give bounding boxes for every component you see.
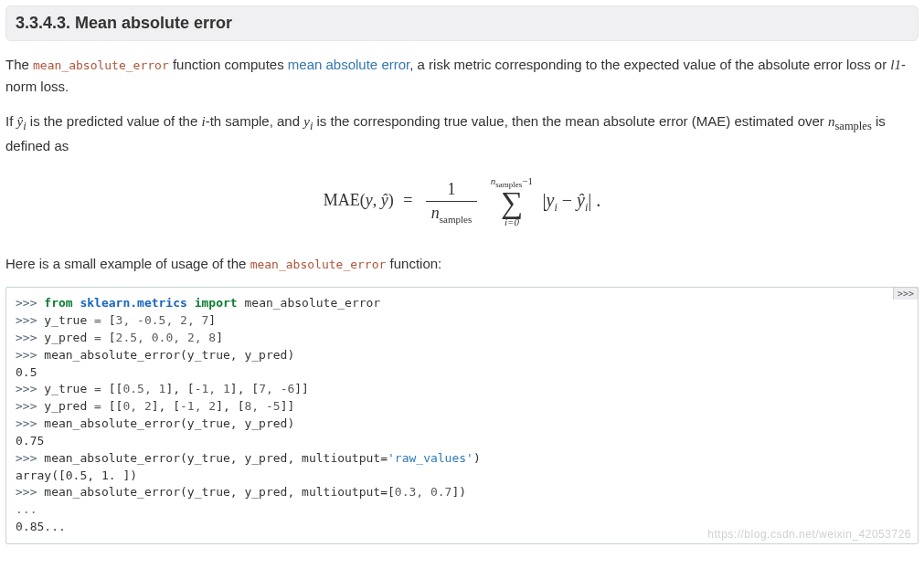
code-token: ]] [294,382,309,395]
code-token: , [173,331,187,344]
code-token: y_pred [44,399,94,413]
code-token: ], [ [216,399,244,413]
code-token: 0.0 [152,331,173,344]
n-samples-symbol: nsamples [828,114,872,129]
y-i-symbol: yi [303,114,313,129]
eq-summation: nsamples−1 ∑ i=0 [491,176,533,227]
code-token: import [195,296,238,310]
def-1: If [5,113,17,129]
code-token: -1 [180,399,195,413]
code-token: , [122,313,137,327]
code-token: >>> [16,313,44,327]
code-token: y_true [44,313,94,327]
code-token: mean_absolute_error(y_true, y_pred) [44,416,294,430]
sigma-icon: ∑ [491,189,533,217]
code-token: , [195,399,209,413]
code-token: 1 [223,382,230,395]
code-token: , [187,313,202,327]
code-toggle-button[interactable]: >>> [893,287,919,300]
code-token: mean_absolute_error(y_true, y_pred, mult… [44,485,395,499]
code-token: [ [101,313,116,327]
code-token: >>> [16,348,44,362]
code-token: 0.85... [16,520,66,533]
code-token: y_pred [44,331,94,344]
code-token: 0.75 [16,434,44,447]
code-token: , [195,331,209,344]
code-token: = [94,399,101,413]
example-intro-2: function: [386,256,441,271]
fn-literal-mae: mean_absolute_error [33,58,169,72]
def-2: is the predicted value of the [30,113,202,129]
code-token: 0.5 [122,382,143,395]
code-token: -6 [281,382,295,395]
def-4: is the corresponding true value, then th… [313,113,828,129]
eq-arg-y: y [366,191,373,209]
code-token: 0.5 [16,365,37,379]
section-heading: 3.3.4.3. Mean absolute error [5,5,919,41]
code-token: [ [101,331,116,344]
code-token: ] [208,313,216,327]
fn-literal-mae-2: mean_absolute_error [250,258,387,271]
eq-sum-lower: i=0 [491,217,533,227]
code-token: = [94,382,101,395]
code-token: mean_absolute_error(y_true, y_pred) [44,348,294,362]
code-token: 2 [187,331,195,344]
eq-equals: = [403,191,412,209]
code-token: >>> [16,331,44,344]
mae-external-link[interactable]: mean absolute error [288,57,409,72]
section-title: Mean absolute error [75,14,232,32]
code-token: , [130,399,144,413]
intro-text-1: The [5,57,33,72]
code-token: >>> [16,399,44,413]
code-token: = [94,331,101,344]
code-token: mean_absolute_error(y_true, y_pred, mult… [44,451,388,465]
mae-equation: MAE(y, ŷ) = 1 nsamples nsamples−1 ∑ i=0 … [5,176,919,227]
l1-math: l1 [890,58,901,72]
code-token: -0.5 [137,313,165,327]
code-token: -1 [195,382,209,395]
code-token: ... [16,502,44,516]
code-token: , [137,331,152,344]
code-token: ] [216,331,223,344]
code-token: 8 [208,331,216,344]
example-intro-1: Here is a small example of usage of the [5,256,250,271]
code-token: >>> [16,485,44,499]
code-token: 2.5 [116,331,137,344]
code-token: ]] [281,399,295,413]
code-token: 'raw_values' [388,451,473,465]
code-token: ], [ [230,382,259,395]
code-token: array([0.5, 1. ]) [16,468,137,482]
example-intro-paragraph: Here is a small example of usage of the … [5,253,919,274]
code-block: >>> from sklearn.metrics import mean_abs… [5,287,919,544]
definition-paragraph: If ŷi is the predicted value of the i-th… [5,111,919,157]
eq-fraction: 1 nsamples [426,180,477,225]
code-token: 7 [259,382,266,395]
code-token: 0.7 [430,485,451,499]
code-token: ], [ [152,399,180,413]
eq-fn-name: MAE [324,191,360,209]
code-token: ]) [451,485,466,499]
code-token: >>> [16,382,44,395]
code-token: , [416,485,430,499]
def-3: -th sample, and [206,113,304,129]
code-token: , [266,382,281,395]
intro-text-2: function computes [173,57,288,72]
intro-text-3: , a risk metric corresponding to the exp… [409,57,890,72]
eq-frac-den: nsamples [426,202,477,225]
code-token: >>> [16,296,44,310]
eq-abs-term: |yi − ŷi| . [543,190,601,210]
code-token: [[ [101,382,122,395]
code-token: -5 [266,399,281,413]
code-token: , [251,399,266,413]
code-token: ], [ [165,382,194,395]
code-token: , [208,382,223,395]
section-number: 3.3.4.3. [16,14,70,32]
code-token: = [94,313,101,327]
code-token: 2 [144,399,152,413]
code-token: mean_absolute_error [244,296,380,310]
yhat-i-symbol: ŷi [17,114,27,129]
code-block-wrap: >>> >>> from sklearn.metrics import mean… [5,287,919,544]
eq-frac-num: 1 [426,180,477,202]
code-token: >>> [16,451,44,465]
code-token: sklearn.metrics [80,296,186,310]
